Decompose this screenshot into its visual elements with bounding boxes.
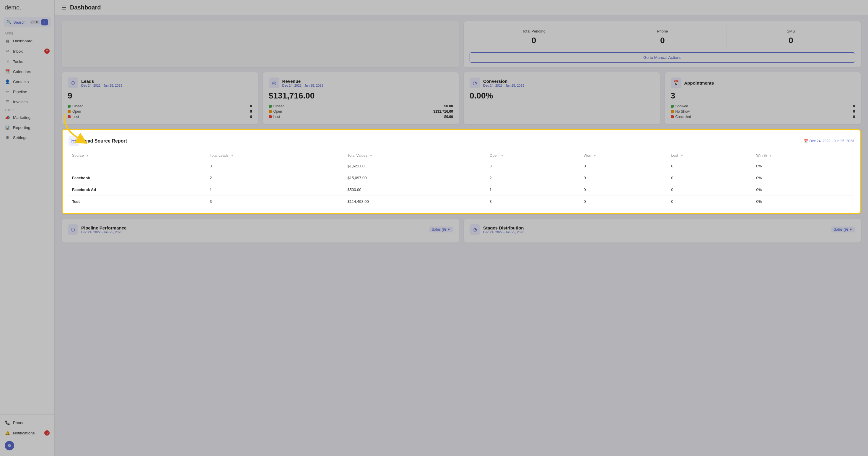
cell-win_pct: 0% — [753, 184, 854, 196]
table-row: Facebook2$15,097.002000% — [68, 172, 854, 184]
apps-section-label: Apps — [0, 30, 54, 36]
sidebar-item-contacts[interactable]: 👤 Contacts — [0, 77, 54, 87]
cell-total_leads: 3 — [206, 196, 344, 208]
contacts-icon: 👤 — [5, 79, 10, 84]
cell-source: Facebook Ad — [68, 184, 206, 196]
search-icon: 🔍 — [6, 20, 11, 25]
revenue-card: ◎ Revenue Dec 24, 2022 - Jun 25, 2023 $1… — [263, 72, 459, 124]
stages-distribution-header: ◔ Stages Distribution Dec 24, 2022 - Jun… — [470, 224, 855, 235]
phone-icon: 📞 — [5, 420, 10, 425]
sms-value: 0 — [727, 36, 855, 45]
sidebar-item-tasks[interactable]: ☑ Tasks — [0, 56, 54, 66]
cell-won: 0 — [580, 172, 668, 184]
pending-stats: Total Pending 0 Phone 0 SMS 0 — [470, 26, 855, 48]
top-row: Total Pending 0 Phone 0 SMS 0 Go to Manu… — [62, 21, 861, 67]
goto-manual-actions-button[interactable]: Go to Manual Actions — [470, 52, 855, 63]
leads-value: 9 — [68, 91, 252, 101]
leads-card: ⬡ Leads Dec 24, 2022 - Jun 25, 2023 9 Cl… — [62, 72, 258, 124]
cell-open: 3 — [486, 160, 580, 172]
total-pending-value: 0 — [470, 36, 598, 45]
cell-win_pct: 0% — [753, 160, 854, 172]
app-logo: demo. — [0, 0, 54, 14]
conversion-date: Dec 24, 2022 - Jun 25, 2023 — [483, 84, 524, 87]
lead-source-card: Lead Source Report 📅 Dec 24, 2022 - Jun … — [62, 129, 861, 214]
cell-lost: 0 — [668, 196, 753, 208]
col-lost[interactable]: Lost ▼ — [668, 151, 753, 160]
sidebar-item-notifications[interactable]: 🔔 Notifications 12 — [0, 428, 54, 438]
conversion-title: Conversion — [483, 79, 524, 84]
cell-total_leads: 3 — [206, 160, 344, 172]
noshow-label: No Show — [676, 109, 851, 114]
search-bar[interactable]: 🔍 Search ctrl K ↑ — [4, 17, 51, 27]
page-title: Dashboard — [70, 4, 101, 11]
stages-dist-title: Stages Distribution — [483, 225, 524, 230]
col-open[interactable]: Open ▼ — [486, 151, 580, 160]
cell-lost: 0 — [668, 172, 753, 184]
leads-date: Dec 24, 2022 - Jun 25, 2023 — [81, 84, 122, 87]
pipeline-performance-header-left: ⬡ Pipeline Performance Dec 24, 2022 - Ju… — [68, 224, 126, 235]
table-row: Facebook Ad1$500.001000% — [68, 184, 854, 196]
appointments-noshow-row: No Show 0 — [671, 109, 855, 114]
sidebar-item-profile[interactable]: G — [0, 438, 54, 453]
noshow-val: 0 — [853, 109, 855, 114]
sidebar-item-settings[interactable]: ⚙ Settings — [0, 133, 54, 143]
sidebar-item-marketing[interactable]: 📣 Marketing — [0, 112, 54, 122]
calendars-icon: 📅 — [5, 69, 10, 74]
col-source[interactable]: Source ▼ — [68, 151, 206, 160]
open-dot — [68, 110, 70, 113]
leads-lost-label: Lost — [72, 115, 248, 119]
lead-source-header: Lead Source Report 📅 Dec 24, 2022 - Jun … — [68, 136, 854, 146]
phone-label: Phone — [598, 29, 726, 33]
col-total-values[interactable]: Total Values ▼ — [344, 151, 486, 160]
sidebar-item-label: Contacts — [13, 80, 29, 84]
revenue-title: Revenue — [282, 79, 323, 84]
sidebar-footer: 📞 Phone 🔔 Notifications 12 G — [0, 414, 54, 456]
topbar: ☰ Dashboard — [55, 0, 868, 16]
col-win-pct[interactable]: Win % ▼ — [753, 151, 854, 160]
stages-dist-icon: ◔ — [470, 224, 480, 235]
stages-dist-date: Dec 24, 2022 - Jun 25, 2023 — [483, 230, 524, 234]
sidebar-item-dashboard[interactable]: ▦ Dashboard — [0, 36, 54, 46]
lead-source-tbody: 3$1,621.003000%Facebook2$15,097.002000%F… — [68, 160, 854, 208]
table-header-row: Source ▼ Total Leads ▼ Total Values ▼ Op… — [68, 151, 854, 160]
cell-lost: 0 — [668, 160, 753, 172]
cell-source — [68, 160, 206, 172]
sidebar-item-pipeline[interactable]: ✏ Pipeline — [0, 87, 54, 97]
sidebar-item-calendars[interactable]: 📅 Calendars — [0, 66, 54, 77]
cell-source: Test — [68, 196, 206, 208]
main-content: ☰ Dashboard Total Pending 0 Phone 0 — [55, 0, 868, 456]
cell-total_values: $1,621.00 — [344, 160, 486, 172]
sms-label: SMS — [727, 29, 855, 33]
lead-source-header-left: Lead Source Report — [68, 136, 127, 146]
col-won[interactable]: Won ▼ — [580, 151, 668, 160]
appointments-header: 📅 Appointments — [671, 78, 855, 88]
closed-dot — [68, 105, 70, 108]
pipeline-perf-badge[interactable]: Sales (9) ▼ — [429, 227, 453, 232]
stages-dist-badge[interactable]: Sales (9) ▼ — [831, 227, 855, 232]
revenue-breakdown: Closed $0.00 Open $131,716.00 Lost $0.00 — [269, 104, 453, 119]
calendar-icon: 📅 — [804, 139, 808, 143]
revenue-open-val: $131,716.00 — [433, 109, 453, 114]
lost-dot — [68, 115, 70, 118]
phone-value: 0 — [598, 36, 726, 45]
search-label: Search — [13, 20, 28, 25]
cell-open: 2 — [486, 172, 580, 184]
sidebar-item-reporting[interactable]: 📊 Reporting — [0, 122, 54, 133]
marketing-icon: 📣 — [5, 115, 10, 120]
hamburger-icon[interactable]: ☰ — [62, 4, 66, 11]
conversion-card: ◔ Conversion Dec 24, 2022 - Jun 25, 2023… — [464, 72, 660, 124]
invoices-icon: ☰ — [5, 99, 10, 104]
sidebar-item-inbox[interactable]: ✉ Inbox 2 — [0, 46, 54, 56]
total-pending-label: Total Pending — [470, 29, 598, 33]
revenue-open-row: Open $131,716.00 — [269, 109, 453, 114]
sidebar-item-invoices[interactable]: ☰ Invoices — [0, 97, 54, 107]
inbox-badge: 2 — [44, 49, 50, 54]
bottom-row: ⬡ Pipeline Performance Dec 24, 2022 - Ju… — [62, 219, 861, 243]
table-row: Test3$114,498.003000% — [68, 196, 854, 208]
appointments-value: 3 — [671, 91, 855, 101]
lead-source-icon — [68, 136, 79, 146]
col-total-leads[interactable]: Total Leads ▼ — [206, 151, 344, 160]
dashboard-icon: ▦ — [5, 38, 10, 43]
cell-won: 0 — [580, 196, 668, 208]
sidebar-item-phone[interactable]: 📞 Phone — [0, 418, 54, 428]
